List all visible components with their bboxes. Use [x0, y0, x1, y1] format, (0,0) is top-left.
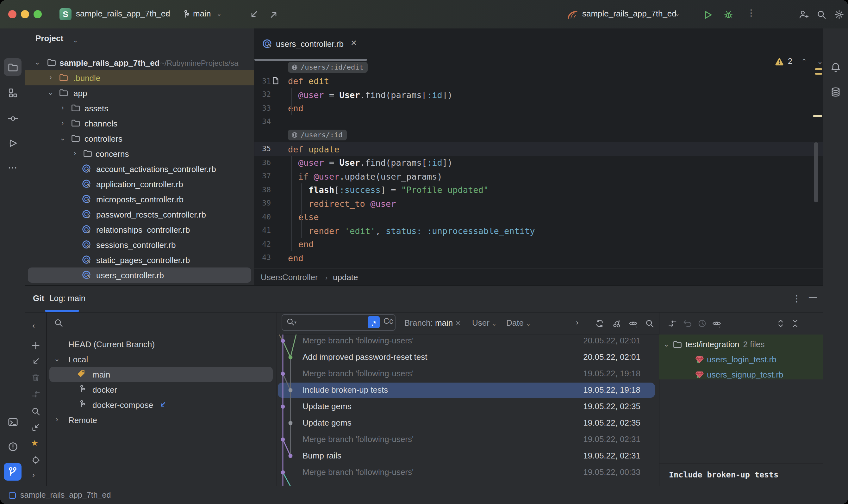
- commit-row[interactable]: Include broken-up tests19.05.22, 19:18: [277, 382, 659, 398]
- branch-item-Remote[interactable]: ›Remote: [46, 412, 277, 428]
- route-chip[interactable]: /users/:id: [288, 130, 347, 140]
- commit-row[interactable]: Merge branch 'following-users'19.05.22, …: [277, 464, 659, 481]
- problems-tool-button[interactable]: [4, 437, 21, 455]
- tree-item-.bundle[interactable]: ›.bundle: [25, 70, 254, 85]
- code-line-32[interactable]: 32 @user = User.find(params[:id]): [254, 88, 823, 102]
- breadcrumb-method[interactable]: update: [333, 273, 358, 282]
- delete-branch-icon[interactable]: [31, 373, 40, 382]
- commit-row[interactable]: Update gems19.05.22, 02:35: [277, 415, 659, 431]
- close-tab-icon[interactable]: ✕: [351, 39, 357, 48]
- history-clock-icon[interactable]: [697, 319, 707, 328]
- prev-warning-icon[interactable]: ⌃: [801, 57, 807, 66]
- go-to-hash-icon[interactable]: [645, 319, 654, 328]
- tree-item-controllers[interactable]: ⌄controllers: [25, 131, 254, 146]
- tree-item-account_activations_controller.rb[interactable]: account_activations_controller.rb: [25, 161, 254, 176]
- chevron-right-icon[interactable]: ›: [59, 104, 67, 111]
- line-number[interactable]: 36: [256, 158, 271, 167]
- editor-scrollbar[interactable]: [814, 142, 818, 202]
- compare-branches-icon[interactable]: [31, 390, 40, 399]
- tree-item-static_pages_controller.rb[interactable]: static_pages_controller.rb: [25, 252, 254, 268]
- tree-item-concerns[interactable]: ›concerns: [25, 146, 254, 161]
- search-icon[interactable]: [816, 9, 827, 19]
- code-line-38[interactable]: 38 flash[:success] = "Profile updated": [254, 183, 823, 197]
- chevron-down-icon[interactable]: ⌄: [47, 89, 54, 97]
- chevron-right-icon[interactable]: ›: [32, 470, 35, 479]
- push-icon[interactable]: [269, 9, 279, 19]
- search-branches-icon[interactable]: [31, 407, 40, 416]
- commit-row[interactable]: Merge branch 'following-users'19.05.22, …: [277, 431, 659, 448]
- changed-file-row[interactable]: users_signup_test.rb: [659, 367, 823, 382]
- more-tool-windows-icon[interactable]: ⋯: [4, 159, 21, 176]
- expand-all-icon[interactable]: [776, 319, 785, 328]
- chevron-down-icon[interactable]: ⌄: [59, 134, 67, 142]
- code-line-43[interactable]: 43end: [254, 251, 823, 265]
- tree-item-app[interactable]: ⌄app: [25, 85, 254, 101]
- breadcrumb-class[interactable]: UsersController: [261, 273, 318, 282]
- code-line-40[interactable]: 40 else: [254, 210, 823, 224]
- line-number[interactable]: 42: [256, 239, 271, 248]
- project-panel-header[interactable]: Project: [35, 34, 63, 49]
- line-number[interactable]: 31: [256, 76, 271, 85]
- branch-item-main[interactable]: main: [46, 367, 277, 382]
- match-case-toggle-button[interactable]: Cc: [383, 317, 393, 326]
- user-filter[interactable]: User ⌄: [472, 318, 497, 328]
- tree-item-relationships_controller.rb[interactable]: relationships_controller.rb: [25, 222, 254, 237]
- line-number[interactable]: 38: [256, 185, 271, 194]
- run-button[interactable]: [703, 9, 713, 20]
- navigate-to-current-icon[interactable]: [31, 455, 40, 465]
- gear-icon[interactable]: [834, 9, 844, 19]
- line-number[interactable]: 39: [256, 199, 271, 208]
- chevron-right-icon[interactable]: ›: [47, 73, 54, 81]
- code-line-35[interactable]: 35def update: [254, 142, 823, 156]
- chevron-down-icon[interactable]: ⌄: [662, 340, 670, 348]
- close-window-button[interactable]: [8, 10, 16, 18]
- line-number[interactable]: 33: [256, 103, 271, 112]
- preview-eye-icon[interactable]: [712, 319, 722, 328]
- rollback-icon[interactable]: [683, 319, 692, 328]
- commit-row[interactable]: Add improved password-reset test20.05.22…: [277, 349, 659, 365]
- line-number[interactable]: 35: [256, 144, 271, 153]
- collapse-all-icon[interactable]: [31, 422, 40, 432]
- tree-item-microposts_controller.rb[interactable]: microposts_controller.rb: [25, 192, 254, 207]
- code-line-41[interactable]: 41 render 'edit', status: :unprocessable…: [254, 224, 823, 237]
- tree-item-sessions_controller.rb[interactable]: sessions_controller.rb: [25, 237, 254, 252]
- tree-item-channels[interactable]: ›channels: [25, 116, 254, 131]
- changed-file-row[interactable]: users_login_test.rb: [659, 352, 823, 367]
- chevron-down-icon[interactable]: ⌄: [34, 58, 41, 67]
- update-branch-icon[interactable]: [31, 357, 40, 366]
- zoom-window-button[interactable]: [34, 10, 42, 18]
- remove-branch-filter-icon[interactable]: ✕: [455, 319, 461, 327]
- collapse-all-chevrons-icon[interactable]: [791, 319, 800, 328]
- route-chip[interactable]: /users/:id/edit: [288, 62, 368, 72]
- git-tool-button[interactable]: [4, 463, 21, 481]
- services-tool-button[interactable]: [4, 134, 21, 152]
- code-editor[interactable]: /users/:id/edit31def edit32 @user = User…: [254, 61, 823, 268]
- git-options-icon[interactable]: ⋮: [792, 293, 801, 304]
- eye-filter-icon[interactable]: [628, 319, 638, 328]
- compare-icon[interactable]: [668, 319, 677, 328]
- run-configuration-widget[interactable]: sample_rails_app_7th_ed: [582, 9, 676, 18]
- branch-item-docker[interactable]: docker: [46, 382, 277, 397]
- line-number[interactable]: 43: [256, 253, 271, 262]
- branch-widget[interactable]: main: [193, 9, 211, 18]
- commit-row[interactable]: Bump rails19.05.22, 02:31: [277, 448, 659, 464]
- regex-toggle-button[interactable]: .*: [368, 316, 380, 328]
- code-line-34[interactable]: 34: [254, 115, 823, 129]
- collapse-panel-icon[interactable]: ‹: [32, 321, 35, 330]
- refresh-icon[interactable]: [595, 319, 604, 328]
- project-widget[interactable]: sample_rails_app_7th_ed: [76, 9, 170, 18]
- commit-tool-button[interactable]: [4, 109, 21, 127]
- tree-item-assets[interactable]: ›assets: [25, 101, 254, 116]
- debug-button[interactable]: [723, 9, 733, 19]
- code-line-31[interactable]: 31def edit: [254, 74, 823, 88]
- chevron-right-icon[interactable]: ›: [59, 119, 67, 126]
- commit-row[interactable]: Update gems19.05.22, 02:35: [277, 398, 659, 415]
- favorites-star-icon[interactable]: ★: [31, 438, 38, 448]
- tab-users-controller[interactable]: users_controller.rb ✕: [254, 29, 367, 61]
- cherry-pick-icon[interactable]: [612, 319, 621, 328]
- tree-item-password_resets_controller.rb[interactable]: password_resets_controller.rb: [25, 207, 254, 222]
- commit-search-input[interactable]: ▾ .* Cc: [282, 314, 396, 331]
- structure-tool-button[interactable]: [4, 84, 21, 101]
- hide-tool-window-icon[interactable]: —: [809, 292, 817, 302]
- branch-filter[interactable]: Branch: main ✕: [404, 318, 461, 328]
